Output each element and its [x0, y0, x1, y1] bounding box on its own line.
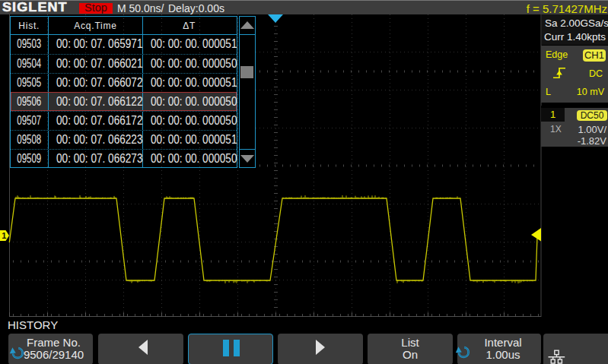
- svg-text:1: 1: [2, 231, 6, 240]
